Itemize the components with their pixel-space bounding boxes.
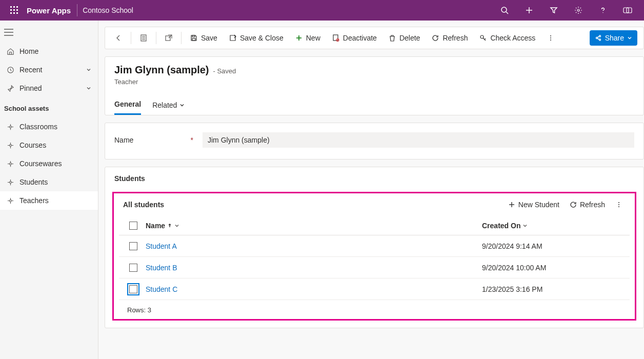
field-label-name: Name * [114, 136, 196, 144]
svg-point-44 [599, 39, 600, 41]
grid-header-row: Name Created On [119, 216, 630, 235]
form-selector-button[interactable] [134, 30, 153, 46]
subgrid-title: Students [112, 174, 636, 183]
name-field[interactable] [203, 132, 634, 148]
brand-label: Power Apps [25, 6, 76, 15]
sidebar-label: Pinned [19, 84, 42, 92]
sidebar-item-recent[interactable]: Recent [0, 61, 98, 79]
sidebar-item-coursewares[interactable]: Coursewares [0, 154, 98, 173]
select-all-checkbox[interactable] [129, 222, 137, 230]
search-icon[interactable] [492, 0, 517, 21]
entity-icon [6, 160, 14, 168]
svg-rect-8 [16, 12, 18, 14]
table-row[interactable]: Student B 9/20/2024 10:00 AM [119, 257, 630, 278]
chevron-down-icon [627, 35, 632, 41]
row-checkbox[interactable] [129, 264, 137, 272]
svg-point-25 [9, 200, 11, 202]
save-button[interactable]: Save [185, 30, 223, 46]
svg-rect-31 [192, 38, 195, 41]
deactivate-button[interactable]: Deactivate [327, 30, 382, 46]
row-checkbox[interactable] [129, 242, 137, 250]
svg-rect-15 [623, 8, 629, 13]
svg-point-22 [9, 144, 11, 146]
table-row[interactable]: Student A 9/20/2024 9:14 AM [119, 235, 630, 257]
app-launcher-button[interactable] [4, 0, 25, 21]
record-link[interactable]: Student C [146, 285, 177, 293]
sidebar-item-students[interactable]: Students [0, 173, 98, 191]
svg-rect-16 [627, 8, 632, 13]
save-icon [190, 34, 198, 42]
cmd-label: Check Access [490, 34, 535, 42]
sidebar-item-courses[interactable]: Courses [0, 136, 98, 154]
subgrid-refresh-button[interactable]: Refresh [565, 198, 610, 211]
row-checkbox[interactable] [129, 285, 137, 293]
back-button[interactable] [109, 30, 128, 46]
sidebar-item-pinned[interactable]: Pinned [0, 79, 98, 97]
sidebar-item-teachers[interactable]: Teachers [0, 191, 98, 210]
new-student-button[interactable]: New Student [503, 198, 565, 211]
sidebar-item-classrooms[interactable]: Classrooms [0, 117, 98, 136]
sidebar-label: Courses [19, 141, 46, 149]
sidebar-item-home[interactable]: Home [0, 42, 98, 61]
subgrid-toolbar: All students New Student Refresh [119, 198, 630, 216]
tab-general[interactable]: General [114, 96, 141, 115]
svg-rect-32 [192, 35, 195, 37]
new-button[interactable]: New [290, 30, 326, 46]
settings-icon[interactable] [566, 0, 591, 21]
command-bar: Save Save & Close New Deactivate Delete … [105, 27, 644, 49]
svg-rect-30 [166, 36, 170, 41]
svg-rect-5 [16, 9, 18, 11]
more-vertical-icon [547, 34, 555, 42]
save-close-icon [229, 34, 237, 42]
subgrid-overflow-button[interactable] [610, 199, 628, 210]
svg-point-41 [550, 39, 551, 41]
check-access-button[interactable]: Check Access [474, 30, 540, 46]
plus-icon [508, 201, 515, 208]
record-link[interactable]: Student A [146, 242, 177, 250]
svg-point-14 [602, 12, 603, 13]
cell-created: 9/20/2024 9:14 AM [482, 242, 626, 250]
filter-icon[interactable] [541, 0, 566, 21]
save-close-button[interactable]: Save & Close [224, 30, 289, 46]
back-icon [114, 34, 123, 42]
col-header-created[interactable]: Created On [482, 222, 626, 230]
form-icon [139, 34, 148, 42]
form-tabs: General Related [114, 96, 634, 115]
highlight-annotation: All students New Student Refresh [112, 192, 636, 321]
svg-point-42 [596, 37, 597, 39]
plus-icon [295, 34, 303, 42]
open-new-window-button[interactable] [159, 30, 178, 46]
record-header-card: Jim Glynn (sample) - Saved Teacher Gener… [105, 56, 644, 115]
svg-point-23 [9, 163, 11, 165]
tab-related[interactable]: Related [152, 96, 185, 115]
cmd-label: Share [605, 34, 624, 42]
col-header-name[interactable]: Name [144, 222, 482, 230]
delete-button[interactable]: Delete [383, 30, 425, 46]
add-icon[interactable] [517, 0, 541, 21]
entity-icon [6, 197, 14, 205]
svg-point-48 [618, 204, 619, 205]
sidebar-toggle-button[interactable] [0, 26, 98, 42]
app-name-label: Contoso School [83, 6, 133, 14]
cmd-label: Delete [399, 34, 420, 42]
chevron-down-icon [86, 67, 92, 73]
overflow-button[interactable] [541, 30, 560, 46]
main-content: Save Save & Close New Deactivate Delete … [98, 21, 644, 359]
share-icon [595, 34, 602, 42]
record-link[interactable]: Student B [146, 264, 177, 272]
sidebar-label: Home [19, 47, 38, 55]
chevron-down-icon [86, 85, 92, 91]
share-button[interactable]: Share [590, 30, 637, 46]
rows-count-label: Rows: 3 [119, 300, 630, 314]
help-icon[interactable] [591, 0, 615, 21]
svg-rect-6 [10, 12, 12, 14]
chevron-down-icon [522, 223, 528, 228]
svg-point-43 [599, 35, 600, 37]
assistant-icon[interactable] [615, 0, 640, 21]
site-sidebar: Home Recent Pinned School assets Classro… [0, 21, 98, 359]
table-row[interactable]: Student C 1/23/2025 3:16 PM [119, 278, 630, 300]
svg-point-9 [501, 7, 507, 12]
refresh-button[interactable]: Refresh [426, 30, 473, 46]
refresh-icon [431, 34, 439, 42]
svg-rect-7 [13, 12, 15, 14]
